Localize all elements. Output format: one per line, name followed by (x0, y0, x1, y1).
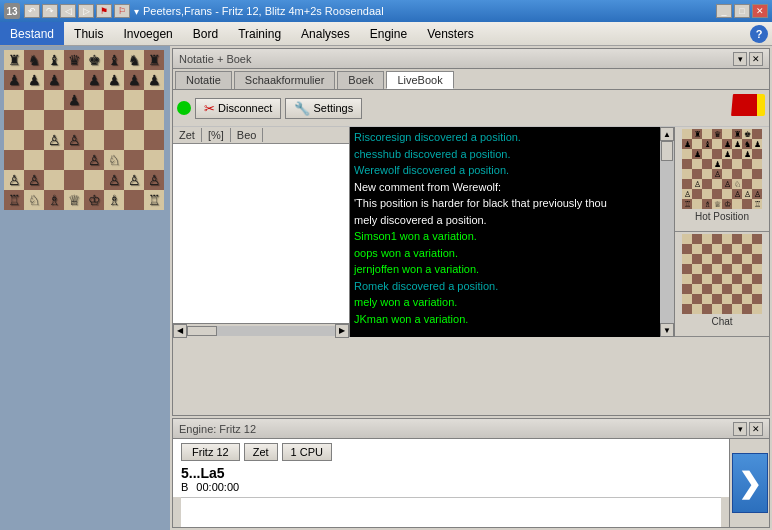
chess-square[interactable] (4, 150, 24, 170)
undo-icon[interactable]: ↶ (24, 4, 40, 18)
chess-square[interactable] (84, 110, 104, 130)
livebook-table[interactable] (173, 144, 349, 323)
chess-square[interactable] (104, 130, 124, 150)
tab-notatie[interactable]: Notatie (175, 71, 232, 89)
chess-square[interactable]: ♟ (44, 70, 64, 90)
engine-dropdown-btn[interactable]: ▾ (733, 422, 747, 436)
help-button[interactable]: ? (750, 25, 768, 43)
close-button[interactable]: ✕ (752, 4, 768, 18)
chess-square[interactable]: ♙ (84, 150, 104, 170)
chess-square[interactable] (44, 90, 64, 110)
forward-icon[interactable]: ▷ (78, 4, 94, 18)
chess-square[interactable]: ♘ (104, 150, 124, 170)
livebook-chat[interactable]: Riscoresign discovered a position.chessh… (350, 127, 660, 337)
tab-livebook[interactable]: LiveBook (386, 71, 453, 89)
chess-square[interactable] (64, 70, 84, 90)
notation-dropdown-btn[interactable]: ▾ (733, 52, 747, 66)
menu-analyses[interactable]: Analyses (291, 22, 360, 45)
chess-square[interactable] (84, 170, 104, 190)
chess-square[interactable] (4, 130, 24, 150)
minimize-button[interactable]: _ (716, 4, 732, 18)
chess-square[interactable] (64, 110, 84, 130)
chess-square[interactable]: ♞ (24, 50, 44, 70)
chess-square[interactable]: ♟ (24, 70, 44, 90)
engine-close-btn[interactable]: ✕ (749, 422, 763, 436)
main-chess-board[interactable]: ♜♞♝♛♚♝♞♜♟♟♟♟♟♟♟♟♙♙♙♘♙♙♙♙♙♖♘♗♕♔♗♖ (4, 50, 164, 210)
chess-square[interactable] (124, 150, 144, 170)
chess-square[interactable] (144, 110, 164, 130)
chess-square[interactable] (4, 90, 24, 110)
horizontal-scrollbar[interactable]: ◀ ▶ (173, 323, 349, 337)
chess-square[interactable] (64, 150, 84, 170)
scroll-left-btn[interactable]: ◀ (173, 324, 187, 338)
chess-square[interactable] (144, 150, 164, 170)
chess-square[interactable] (24, 90, 44, 110)
chess-square[interactable]: ♖ (144, 190, 164, 210)
chess-square[interactable]: ♟ (144, 70, 164, 90)
chess-square[interactable] (104, 110, 124, 130)
engine-zet-button[interactable]: Zet (244, 443, 278, 461)
menu-vensters[interactable]: Vensters (417, 22, 484, 45)
chess-square[interactable]: ♙ (124, 170, 144, 190)
chess-square[interactable] (124, 110, 144, 130)
hot-position-box[interactable]: ♜♛♜♚♟♝♟♟♞♟♟♟♟♟♙♙♙♘♙♙♙♙♖♗♕♔♖ Hot Position (675, 127, 769, 232)
next-move-button[interactable]: ❯ (732, 453, 768, 513)
vertical-scrollbar[interactable]: ▲ ▼ (660, 127, 674, 337)
chat-position-box[interactable]: Chat (675, 232, 769, 337)
chess-square[interactable]: ♙ (104, 170, 124, 190)
chess-square[interactable]: ♖ (4, 190, 24, 210)
chess-square[interactable] (24, 110, 44, 130)
chess-square[interactable] (84, 90, 104, 110)
chess-square[interactable]: ♗ (104, 190, 124, 210)
chess-square[interactable] (44, 150, 64, 170)
chess-square[interactable]: ♟ (4, 70, 24, 90)
chess-square[interactable] (124, 90, 144, 110)
chess-square[interactable] (144, 130, 164, 150)
chess-square[interactable]: ♜ (144, 50, 164, 70)
chess-square[interactable]: ♜ (4, 50, 24, 70)
chess-square[interactable]: ♟ (124, 70, 144, 90)
maximize-button[interactable]: □ (734, 4, 750, 18)
chess-square[interactable] (84, 130, 104, 150)
chess-square[interactable]: ♞ (124, 50, 144, 70)
menu-engine[interactable]: Engine (360, 22, 417, 45)
scroll-right-btn[interactable]: ▶ (335, 324, 349, 338)
tab-boek[interactable]: Boek (337, 71, 384, 89)
chess-square[interactable]: ♙ (24, 170, 44, 190)
engine-name-button[interactable]: Fritz 12 (181, 443, 240, 461)
flag2-icon[interactable]: ⚐ (114, 4, 130, 18)
menu-invoegen[interactable]: Invoegen (113, 22, 182, 45)
menu-bestand[interactable]: Bestand (0, 22, 64, 45)
chess-square[interactable] (144, 90, 164, 110)
scroll-down-btn[interactable]: ▼ (660, 323, 674, 337)
chess-square[interactable] (24, 150, 44, 170)
disconnect-button[interactable]: ✂ Disconnect (195, 98, 281, 119)
chess-square[interactable]: ♟ (104, 70, 124, 90)
chess-square[interactable]: ♚ (84, 50, 104, 70)
chess-square[interactable]: ♙ (4, 170, 24, 190)
chess-square[interactable]: ♔ (84, 190, 104, 210)
chess-square[interactable] (44, 110, 64, 130)
chess-square[interactable]: ♕ (64, 190, 84, 210)
chess-square[interactable]: ♗ (44, 190, 64, 210)
tab-schaakformulier[interactable]: Schaakformulier (234, 71, 335, 89)
chess-square[interactable] (44, 170, 64, 190)
redo-icon[interactable]: ↷ (42, 4, 58, 18)
chess-square[interactable]: ♝ (44, 50, 64, 70)
chess-square[interactable]: ♟ (84, 70, 104, 90)
engine-input-area[interactable] (181, 497, 721, 527)
menu-thuis[interactable]: Thuis (64, 22, 113, 45)
scroll-up-btn[interactable]: ▲ (660, 127, 674, 141)
notation-close-btn[interactable]: ✕ (749, 52, 763, 66)
flag-icon[interactable]: ⚑ (96, 4, 112, 18)
chess-square[interactable]: ♙ (64, 130, 84, 150)
chess-square[interactable] (64, 170, 84, 190)
chess-square[interactable]: ♙ (144, 170, 164, 190)
menu-training[interactable]: Training (228, 22, 291, 45)
back-icon[interactable]: ◁ (60, 4, 76, 18)
chess-square[interactable] (104, 90, 124, 110)
chess-square[interactable]: ♙ (44, 130, 64, 150)
chess-square[interactable]: ♛ (64, 50, 84, 70)
chess-square[interactable] (24, 130, 44, 150)
menu-bord[interactable]: Bord (183, 22, 228, 45)
